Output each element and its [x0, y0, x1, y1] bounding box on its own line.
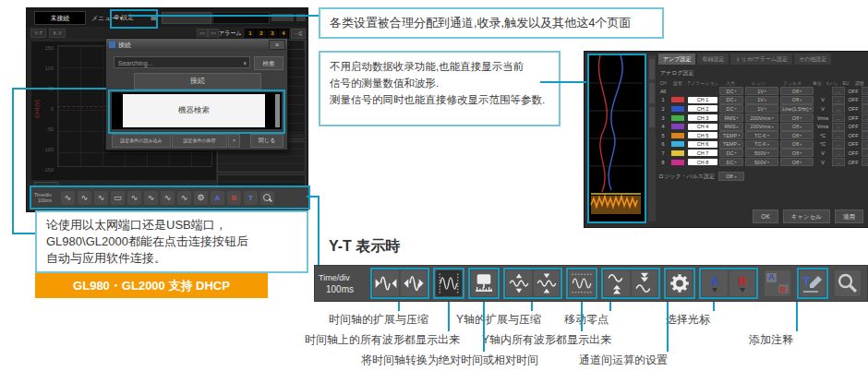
adjust-button[interactable]: ...	[862, 114, 868, 122]
adjust-button[interactable]: ...	[862, 104, 868, 113]
range-dropdown[interactable]: 200Vrms	[745, 114, 778, 122]
input-dropdown[interactable]: TEMP	[719, 131, 743, 139]
annotation-input[interactable]: CH 2	[688, 105, 717, 112]
tab-yt[interactable]: Y-T	[30, 29, 46, 38]
input-dropdown[interactable]: DC	[719, 158, 743, 166]
mini-wave-icon[interactable]: ∿	[177, 191, 191, 205]
search-button[interactable]: 検索	[254, 56, 283, 70]
cursor-a-button[interactable]: A	[702, 270, 728, 296]
adjust-button[interactable]: ...	[862, 87, 868, 95]
range-dropdown[interactable]: 1V	[745, 96, 778, 104]
mini-wave-icon[interactable]: ∿	[144, 191, 158, 205]
input-dropdown[interactable]: DC	[719, 104, 743, 113]
input-dropdown[interactable]: DC	[719, 96, 743, 104]
filter-dropdown[interactable]: Line(1.5Hz)	[780, 104, 814, 113]
y-expand-button[interactable]	[506, 270, 532, 296]
span-button[interactable]: ...	[832, 87, 845, 95]
load-settings-button[interactable]: 設定条件の読み込み	[112, 134, 171, 148]
filter-dropdown[interactable]: Off	[780, 114, 814, 122]
device-search-combo[interactable]: Searching...	[114, 56, 250, 68]
span-button[interactable]: ...	[832, 114, 845, 122]
tab-amp-settings[interactable]: アンプ設定	[658, 54, 695, 65]
dialog-close-button[interactable]: 閉じる	[250, 134, 283, 148]
annotation-input[interactable]: CH 6	[688, 141, 717, 148]
connection-status-button[interactable]: 未接続	[34, 11, 86, 25]
apply-button[interactable]: 適用	[835, 209, 863, 223]
alarm-list-button[interactable]: 一覧	[291, 29, 306, 39]
mini-wave-icon[interactable]: ∿	[127, 191, 141, 205]
more-button[interactable]: >	[228, 134, 240, 148]
range-dropdown[interactable]: 1V	[745, 87, 778, 95]
filter-dropdown[interactable]: Off	[780, 158, 814, 166]
range-dropdown[interactable]: 500V	[745, 158, 778, 166]
annotation-input[interactable]: CH 8	[688, 159, 717, 165]
mini-wave-icon[interactable]: ∿	[161, 191, 175, 205]
adjust-button[interactable]: ...	[862, 149, 868, 157]
mini-gear-icon[interactable]: ⚙	[194, 191, 208, 205]
span-button[interactable]: ...	[832, 149, 845, 157]
cancel-button[interactable]: キャンセル	[783, 209, 830, 223]
input-dropdown[interactable]: TEMP	[719, 140, 743, 149]
filter-dropdown[interactable]: Off	[780, 123, 814, 131]
filter-dropdown[interactable]: Off	[780, 96, 814, 104]
filter-dropdown[interactable]: Off	[780, 149, 814, 157]
range-dropdown[interactable]: TC-K	[745, 140, 778, 149]
connect-button[interactable]: 接続	[134, 73, 261, 90]
span-button[interactable]: ...	[832, 131, 845, 139]
y-compress-button[interactable]	[534, 270, 560, 296]
show-all-y-button[interactable]	[569, 270, 595, 296]
search-zoom-button[interactable]	[835, 270, 861, 296]
filter-dropdown[interactable]: Off	[780, 87, 814, 95]
add-annotation-button[interactable]: T	[800, 270, 826, 296]
device-search-entry[interactable]: 機器検索	[123, 94, 265, 127]
annotation-input[interactable]: CH 1	[688, 97, 717, 103]
filter-dropdown[interactable]: Off	[780, 131, 814, 139]
mini-a-icon[interactable]: A	[211, 191, 224, 205]
annotation-input[interactable]: CH 3	[688, 114, 717, 121]
mini-wave-icon[interactable]: ∿	[78, 191, 91, 205]
span-button[interactable]: ...	[832, 158, 845, 166]
device-list-scrollbar[interactable]	[275, 94, 280, 127]
file-field[interactable]	[162, 12, 211, 24]
span-button[interactable]: ...	[832, 104, 845, 113]
input-dropdown[interactable]: DC	[719, 149, 743, 157]
mini-wave-icon[interactable]: ∿	[94, 191, 108, 205]
mini-mag-icon[interactable]	[260, 191, 274, 205]
range-dropdown[interactable]: 200Vrms	[745, 123, 778, 131]
move-zero-down-button[interactable]	[632, 270, 657, 296]
side-tab-strip[interactable]	[648, 55, 656, 221]
span-button[interactable]: ...	[832, 96, 845, 104]
adjust-button[interactable]: ...	[862, 131, 868, 139]
save-settings-button[interactable]: 設定条件の保存	[172, 134, 227, 148]
time-compress-button[interactable]	[373, 270, 399, 296]
channel-calc-button[interactable]	[667, 270, 693, 296]
ok-button[interactable]: OK	[753, 209, 778, 223]
input-dropdown[interactable]: RMS	[719, 114, 743, 122]
mini-wave-icon[interactable]: ∿	[61, 191, 75, 205]
logic-pulse-dropdown[interactable]: Off	[718, 172, 744, 181]
filter-dropdown[interactable]: Off	[780, 140, 814, 149]
tab-trigger-alarm-settings[interactable]: トリガ/アラーム設定	[730, 54, 792, 65]
annotation-input[interactable]: CH 4	[688, 124, 717, 130]
tab-xy[interactable]: X-Y	[49, 29, 66, 38]
tab-other-settings[interactable]: その他設定	[794, 54, 831, 65]
tab-record-settings[interactable]: 収録設定	[697, 54, 729, 65]
range-dropdown[interactable]: TC-K	[745, 131, 778, 139]
annotation-input[interactable]: CH 7	[688, 150, 717, 156]
mini-screen-icon[interactable]: ▭	[111, 191, 125, 205]
range-dropdown[interactable]: 500V	[745, 149, 778, 157]
adjust-button[interactable]: ...	[862, 140, 868, 149]
mini-t-icon[interactable]: T	[244, 191, 258, 205]
settings-button[interactable]: ⚙ 設定	[114, 12, 151, 23]
cursor-b-button[interactable]: B	[729, 270, 755, 296]
span-button[interactable]: ...	[832, 140, 845, 149]
mini-b-icon[interactable]: B	[227, 191, 241, 205]
absolute-time-button[interactable]	[471, 270, 497, 296]
adjust-button[interactable]: ...	[862, 96, 868, 104]
span-button[interactable]: ...	[832, 123, 845, 131]
file-path-field[interactable]	[212, 12, 270, 24]
time-expand-button[interactable]	[401, 270, 427, 296]
range-dropdown[interactable]: 1V	[745, 104, 778, 113]
annotation-input[interactable]: CH 5	[688, 132, 717, 138]
close-icon[interactable]: ×	[269, 40, 285, 50]
